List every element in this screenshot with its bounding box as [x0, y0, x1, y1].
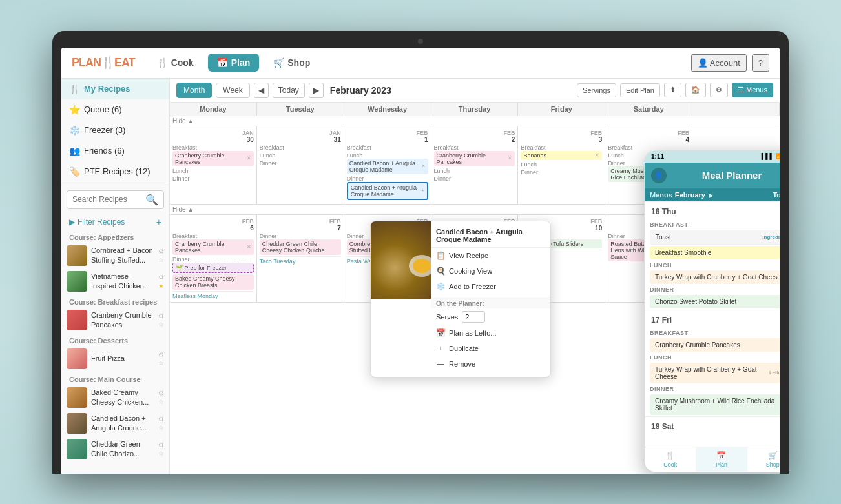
mobile-day-16: 16 Thu +: [645, 201, 780, 219]
star-empty-icon[interactable]: ☆: [158, 424, 164, 431]
search-input[interactable]: [72, 195, 145, 204]
duplicate-icon: +: [436, 344, 445, 353]
mobile-nav-shop[interactable]: 🛒 Shop: [747, 447, 780, 472]
star-empty-icon[interactable]: ☆: [158, 398, 164, 405]
star-empty-icon[interactable]: ☆: [158, 450, 164, 457]
course-desserts-header: Course: Desserts: [61, 333, 169, 346]
filter-add-icon[interactable]: +: [156, 217, 161, 227]
sidebar-item-freezer[interactable]: ❄️ Freezer (3): [61, 120, 169, 141]
sidebar-item-pte[interactable]: 🏷️ PTE Recipes (12): [61, 161, 169, 182]
serves-row: Serves: [431, 308, 550, 325]
meal-chip[interactable]: Candied Bacon + Arugula Croque Madame ✕: [347, 159, 428, 174]
cal-cell-feb3: FEB3 Breakfast Bananas ✕ Lunch Dinner: [518, 126, 605, 204]
mobile-meal-item[interactable]: Breakfast Smoothie: [650, 246, 780, 259]
mobile-meal-item[interactable]: Toast Ingredient: [650, 230, 780, 245]
recipe-item[interactable]: Cheddar Green Chile Chorizo... ⚙ ☆: [61, 436, 169, 462]
filter-recipes-row[interactable]: ▶ Filter Recipes +: [61, 214, 169, 230]
hide-toggle-1[interactable]: Hide ▲: [170, 116, 780, 126]
remove-btn[interactable]: — Remove: [431, 356, 550, 372]
shop-nav-btn[interactable]: 🛒 Shop: [264, 54, 319, 72]
menus-btn[interactable]: ☰ Menus: [732, 83, 773, 97]
month-view-btn[interactable]: Month: [176, 83, 212, 98]
account-btn[interactable]: 👤 Account: [691, 54, 747, 72]
meal-chip[interactable]: Baked Creamy Cheesy Chicken Breasts: [172, 274, 254, 290]
plan-nav-btn[interactable]: 📅 Plan: [208, 54, 260, 72]
settings-icon[interactable]: ⚙: [158, 390, 164, 397]
cook-nav-btn[interactable]: 🍴 Cook: [148, 54, 203, 72]
meal-chip[interactable]: Candied Bacon + Arugula Croque Madame +: [347, 182, 428, 200]
settings-icon[interactable]: ⚙: [158, 312, 164, 319]
edit-plan-btn[interactable]: Edit Plan: [620, 83, 660, 97]
meal-chip[interactable]: Cranberry Crumble Pancakes ✕: [172, 239, 254, 255]
duplicate-btn[interactable]: + Duplicate: [431, 341, 550, 356]
month-label: February 2023: [330, 85, 391, 96]
today-btn[interactable]: Today: [273, 83, 305, 98]
cal-prev-btn[interactable]: ◀: [254, 83, 269, 98]
recipe-item[interactable]: Cornbread + Bacon Stuffing Stuffed... ⚙ …: [61, 243, 169, 268]
star-icon: ⭐: [69, 105, 80, 115]
help-btn[interactable]: ?: [752, 54, 769, 72]
settings-icon[interactable]: ⚙: [158, 248, 164, 255]
mobile-day-17: 17 Fri +: [645, 310, 780, 327]
day-header-thu: Thursday: [431, 103, 519, 116]
sidebar-item-my-recipes[interactable]: 🍴 My Recipes: [61, 79, 169, 99]
mobile-content: 16 Thu + BREAKFAST Toast Ingredient Brea…: [645, 201, 780, 447]
week-view-btn[interactable]: Week: [216, 83, 249, 98]
settings-icon[interactable]: ⚙: [158, 416, 164, 423]
mobile-menus-label[interactable]: Menus: [650, 191, 672, 199]
mobile-meal-item[interactable]: Chorizo Sweet Potato Skillet: [650, 295, 780, 308]
serves-input[interactable]: [462, 311, 485, 323]
mobile-meal-item[interactable]: Cranberry Crumble Pancakes: [650, 338, 780, 352]
recipe-thumb: [67, 348, 87, 369]
cal-cell-feb6: FEB6 Breakfast Cranberry Crumble Pancake…: [170, 215, 257, 302]
mobile-nav-plan[interactable]: 📅 Plan: [696, 447, 747, 472]
view-recipe-btn[interactable]: 📋 View Recipe: [431, 248, 550, 263]
context-menu-right: Candied Bacon + Arugula Croque Madame 📋 …: [431, 221, 550, 377]
meal-chip[interactable]: Bananas ✕: [521, 151, 602, 160]
cal-cell-feb7: FEB7 Dinner Cheddar Green Chile Cheesy C…: [257, 215, 344, 302]
meal-chip[interactable]: Cranberry Crumble Pancakes ✕: [172, 151, 254, 166]
meal-chip-prep[interactable]: 🌱 Prep for Freezer: [172, 263, 254, 273]
day-header-extra: [692, 103, 780, 116]
hide-row-1: Hide ▲: [170, 116, 780, 126]
star-empty-icon[interactable]: ☆: [158, 321, 164, 328]
meal-chip[interactable]: Cranberry Crumble Pancakes ✕: [434, 151, 515, 166]
mobile-lunch-label-17: LUNCH: [645, 354, 780, 361]
mobile-meal-item[interactable]: Turkey Wrap with Cranberry + Goat Cheese…: [650, 363, 780, 383]
settings-icon[interactable]: ⚙: [158, 441, 164, 449]
star-empty-icon[interactable]: ☆: [158, 359, 164, 367]
search-icon: 🔍: [145, 194, 158, 206]
mobile-nav-cook[interactable]: 🍴 Cook: [645, 447, 696, 472]
sidebar-item-queue[interactable]: ⭐ Queue (6): [61, 99, 169, 120]
mobile-bottom-nav: 🍴 Cook 📅 Plan 🛒 Shop: [645, 447, 780, 472]
mobile-feb-label[interactable]: February ▶: [675, 191, 715, 199]
recipe-item[interactable]: Fruit Pizza ⚙ ☆: [61, 346, 169, 372]
servings-btn[interactable]: Servings: [577, 83, 616, 97]
cal-next-btn[interactable]: ▶: [309, 83, 324, 98]
wifi-icon: 📶: [776, 153, 780, 159]
recipe-thumb: [67, 413, 87, 434]
settings-icon[interactable]: ⚙: [158, 351, 164, 358]
star-filled-icon[interactable]: ★: [158, 282, 164, 289]
plan-leftover-icon: 📅: [436, 328, 445, 338]
home-btn[interactable]: 🏠: [685, 83, 706, 97]
search-box[interactable]: 🔍: [67, 190, 164, 209]
settings-icon[interactable]: ⚙: [158, 274, 164, 281]
recipe-item[interactable]: Cranberry Crumble Pancakes ⚙ ☆: [61, 307, 169, 333]
mobile-today-btn[interactable]: Today: [773, 191, 780, 199]
star-empty-icon[interactable]: ☆: [158, 256, 164, 263]
export-btn[interactable]: ⬆: [664, 83, 681, 97]
mobile-meal-item[interactable]: Creamy Mushroom + Wild Rice Enchilada Sk…: [650, 394, 780, 415]
plan-as-leftover-btn[interactable]: 📅 Plan as Lefto...: [431, 325, 550, 341]
recipe-item[interactable]: Vietnamese-Inspired Chicken... ⚙ ★: [61, 268, 169, 294]
recipe-item[interactable]: Baked Creamy Cheesy Chicken... ⚙ ☆: [61, 385, 169, 410]
add-to-freezer-btn[interactable]: ❄️ Add to Freezer: [431, 279, 550, 294]
sidebar-item-friends[interactable]: 👥 Friends (6): [61, 141, 169, 161]
cooking-view-btn[interactable]: 🍳 Cooking View: [431, 263, 550, 279]
mobile-sub-nav: Menus February ▶ Today: [645, 188, 780, 201]
mobile-meal-item[interactable]: Turkey Wrap with Cranberry + Goat Cheese: [650, 270, 780, 284]
meal-chip[interactable]: Cheddar Green Chile Cheesy Chicken Quich…: [260, 239, 341, 255]
settings-btn[interactable]: ⚙: [710, 83, 728, 97]
recipe-item[interactable]: Candied Bacon + Arugula Croque... ⚙ ☆: [61, 410, 169, 436]
mobile-day-18: 18 Sat +: [645, 416, 780, 434]
